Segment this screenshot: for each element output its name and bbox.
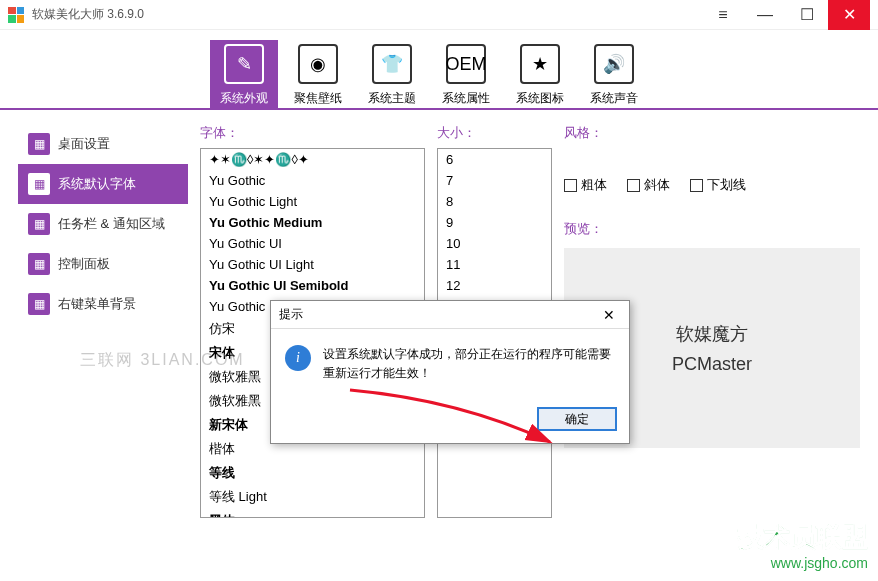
dialog-title-text: 提示: [279, 306, 303, 323]
sidebar-item-3[interactable]: ▦控制面板: [18, 244, 188, 284]
style-label: 风格：: [564, 124, 860, 142]
dialog-close-button[interactable]: ✕: [597, 303, 621, 327]
close-button[interactable]: ✕: [828, 0, 870, 30]
preview-line1: 软媒魔方: [676, 322, 748, 346]
preview-line2: PCMaster: [672, 354, 752, 375]
sidebar-item-label: 任务栏 & 通知区域: [58, 215, 165, 233]
dialog-message: 设置系统默认字体成功，部分正在运行的程序可能需要重新运行才能生效！: [323, 345, 615, 383]
underline-checkbox[interactable]: 下划线: [690, 176, 746, 194]
toolbar-item-5[interactable]: 🔊系统声音: [580, 40, 648, 108]
sidebar-icon: ▦: [28, 133, 50, 155]
toolbar-item-1[interactable]: ◉聚焦壁纸: [284, 40, 352, 108]
dialog-titlebar: 提示 ✕: [271, 301, 629, 329]
sidebar-icon: ▦: [28, 173, 50, 195]
toolbar-icon: ✎: [224, 44, 264, 84]
font-option[interactable]: ✦✶♏◊✶✦♏◊✦: [201, 149, 424, 170]
toolbar-label: 系统图标: [516, 90, 564, 107]
size-option[interactable]: 11: [438, 254, 551, 275]
toolbar-label: 系统外观: [220, 90, 268, 107]
toolbar-item-3[interactable]: OEM系统属性: [432, 40, 500, 108]
sidebar-icon: ▦: [28, 293, 50, 315]
titlebar: 软媒美化大师 3.6.9.0 ≡ — ☐ ✕: [0, 0, 878, 30]
toolbar-item-0[interactable]: ✎系统外观: [210, 40, 278, 108]
font-option[interactable]: 黑体: [201, 509, 424, 518]
toolbar-icon: 🔊: [594, 44, 634, 84]
font-option[interactable]: Yu Gothic UI Semibold: [201, 275, 424, 296]
toolbar-label: 聚焦壁纸: [294, 90, 342, 107]
menu-button[interactable]: ≡: [702, 0, 744, 30]
bold-checkbox[interactable]: 粗体: [564, 176, 607, 194]
size-label: 大小：: [437, 124, 552, 142]
font-option[interactable]: Yu Gothic UI: [201, 233, 424, 254]
sidebar-item-0[interactable]: ▦桌面设置: [18, 124, 188, 164]
sidebar-icon: ▦: [28, 253, 50, 275]
bold-label: 粗体: [581, 176, 607, 194]
toolbar-icon: 👕: [372, 44, 412, 84]
style-checks: 粗体 斜体 下划线: [564, 176, 860, 194]
font-option[interactable]: Yu Gothic Medium: [201, 212, 424, 233]
font-option[interactable]: Yu Gothic Light: [201, 191, 424, 212]
app-icon: [8, 7, 24, 23]
font-option[interactable]: Yu Gothic: [201, 170, 424, 191]
italic-label: 斜体: [644, 176, 670, 194]
font-option[interactable]: 等线: [201, 461, 424, 485]
maximize-button[interactable]: ☐: [786, 0, 828, 30]
toolbar-item-4[interactable]: ★系统图标: [506, 40, 574, 108]
toolbar-icon: ◉: [298, 44, 338, 84]
toolbar-icon: OEM: [446, 44, 486, 84]
sidebar-item-label: 右键菜单背景: [58, 295, 136, 313]
size-option[interactable]: 10: [438, 233, 551, 254]
main-toolbar: ✎系统外观◉聚焦壁纸👕系统主题OEM系统属性★系统图标🔊系统声音: [0, 30, 878, 110]
italic-checkbox[interactable]: 斜体: [627, 176, 670, 194]
preview-label: 预览：: [564, 220, 860, 238]
size-option[interactable]: 12: [438, 275, 551, 296]
app-title: 软媒美化大师 3.6.9.0: [32, 6, 144, 23]
sidebar-item-label: 桌面设置: [58, 135, 110, 153]
underline-label: 下划线: [707, 176, 746, 194]
size-option[interactable]: 9: [438, 212, 551, 233]
font-label: 字体：: [200, 124, 425, 142]
info-icon: i: [285, 345, 311, 371]
toolbar-label: 系统属性: [442, 90, 490, 107]
size-option[interactable]: 6: [438, 149, 551, 170]
sidebar-icon: ▦: [28, 213, 50, 235]
sidebar-item-label: 系统默认字体: [58, 175, 136, 193]
sidebar-item-2[interactable]: ▦任务栏 & 通知区域: [18, 204, 188, 244]
sidebar-item-1[interactable]: ▦系统默认字体: [18, 164, 188, 204]
toolbar-item-2[interactable]: 👕系统主题: [358, 40, 426, 108]
ok-button[interactable]: 确定: [537, 407, 617, 431]
toolbar-label: 系统主题: [368, 90, 416, 107]
sidebar-item-label: 控制面板: [58, 255, 110, 273]
minimize-button[interactable]: —: [744, 0, 786, 30]
font-option[interactable]: Yu Gothic UI Light: [201, 254, 424, 275]
info-dialog: 提示 ✕ i 设置系统默认字体成功，部分正在运行的程序可能需要重新运行才能生效！…: [270, 300, 630, 444]
toolbar-label: 系统声音: [590, 90, 638, 107]
sidebar-item-4[interactable]: ▦右键菜单背景: [18, 284, 188, 324]
sidebar: ▦桌面设置▦系统默认字体▦任务栏 & 通知区域▦控制面板▦右键菜单背景: [18, 124, 188, 567]
font-option[interactable]: 等线 Light: [201, 485, 424, 509]
toolbar-icon: ★: [520, 44, 560, 84]
size-option[interactable]: 7: [438, 170, 551, 191]
size-option[interactable]: 8: [438, 191, 551, 212]
